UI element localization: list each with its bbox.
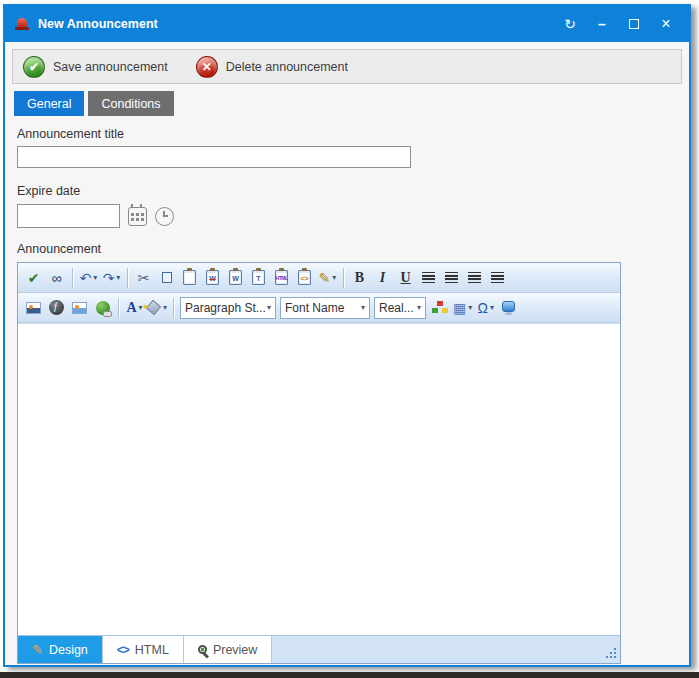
- paste-from-word-label: W: [231, 273, 240, 283]
- spellcheck-button[interactable]: ✔: [22, 266, 45, 290]
- paste-label: [185, 273, 194, 283]
- toolbar-separator: [72, 268, 73, 288]
- command-bar: ✔ Save announcement ✕ Delete announcemen…: [12, 49, 682, 84]
- chevron-down-icon: ▾: [93, 273, 97, 282]
- media-manager-button[interactable]: [68, 296, 91, 320]
- background-color-button[interactable]: ▾: [146, 296, 169, 320]
- justify-icon: [445, 272, 458, 283]
- paste-plain-text-label: T: [254, 273, 263, 283]
- chevron-down-icon: ▾: [468, 303, 472, 312]
- calendar-icon[interactable]: [128, 207, 147, 226]
- toolbar-separator: [127, 268, 128, 288]
- paste-from-word-button[interactable]: W: [224, 266, 247, 290]
- save-announcement-button[interactable]: ✔ Save announcement: [23, 56, 168, 78]
- silverlight-manager-button[interactable]: [497, 296, 520, 320]
- chevron-down-icon: ▾: [267, 303, 271, 312]
- announcement-siren-icon: [15, 18, 29, 30]
- mode-tab-preview[interactable]: Preview: [184, 636, 272, 663]
- font-name-dropdown[interactable]: Font Name▾: [280, 297, 370, 319]
- paste-html-icon: <>: [298, 270, 311, 285]
- mode-tab-label: Preview: [213, 643, 257, 657]
- window-title: New Announcement: [38, 17, 557, 31]
- paste-plain-text-icon: T: [252, 270, 265, 285]
- titlebar: New Announcement ↻ – ×: [5, 6, 689, 42]
- announcement-title-label: Announcement title: [17, 127, 689, 141]
- spellcheck-icon: ✔: [28, 271, 40, 285]
- editor-toolbar-row2: A▾▾Paragraph St...▾Font Name▾Real...▾▦▾Ω…: [18, 293, 620, 323]
- bold-button[interactable]: B: [348, 266, 371, 290]
- editor-content-area[interactable]: [18, 323, 620, 635]
- new-announcement-dialog: New Announcement ↻ – × ✔ Save announceme…: [3, 4, 691, 667]
- hyperlink-manager-button[interactable]: [91, 296, 114, 320]
- save-announcement-label: Save announcement: [53, 60, 168, 74]
- cut-button[interactable]: ✂: [132, 266, 155, 290]
- align-left-button[interactable]: [463, 266, 486, 290]
- refresh-icon[interactable]: ↻: [557, 12, 583, 36]
- paste-plain-text-button[interactable]: T: [247, 266, 270, 290]
- resize-grip[interactable]: [604, 646, 616, 658]
- align-center-button[interactable]: [417, 266, 440, 290]
- mode-tab-html[interactable]: <>HTML: [103, 636, 184, 663]
- expire-date-input[interactable]: [17, 204, 120, 228]
- paragraph-style-dropdown[interactable]: Paragraph St...▾: [180, 297, 276, 319]
- chevron-down-icon: ▾: [490, 303, 494, 312]
- paste-html-button[interactable]: <>: [293, 266, 316, 290]
- clock-icon[interactable]: [155, 207, 174, 226]
- paste-from-word-strip-label: W: [208, 273, 217, 283]
- undo-button[interactable]: ↶▾: [77, 266, 100, 290]
- cut-icon: ✂: [138, 271, 150, 285]
- insert-snippet-button[interactable]: [428, 296, 451, 320]
- chevron-down-icon: ▾: [139, 303, 143, 312]
- silverlight-manager-icon: [502, 301, 515, 312]
- justify-button[interactable]: [440, 266, 463, 290]
- font-size-dropdown[interactable]: Real...▾: [374, 297, 426, 319]
- image-manager-button[interactable]: [22, 296, 45, 320]
- maximize-icon[interactable]: [621, 12, 647, 36]
- mode-tab-design[interactable]: ✎Design: [18, 636, 103, 663]
- font-color-button[interactable]: A▾: [123, 296, 146, 320]
- flash-manager-button[interactable]: [45, 296, 68, 320]
- paste-html-label: <>: [300, 273, 309, 283]
- align-center-icon: [422, 272, 435, 283]
- tab-conditions[interactable]: Conditions: [88, 91, 173, 116]
- font-color-icon: A: [126, 301, 136, 315]
- paste-as-html-button[interactable]: HTML: [270, 266, 293, 290]
- close-icon[interactable]: ×: [653, 12, 679, 36]
- paste-button[interactable]: [178, 266, 201, 290]
- pencil-icon: ✎: [32, 642, 43, 657]
- flash-manager-icon: [49, 300, 64, 315]
- insert-table-button[interactable]: ▦▾: [451, 296, 474, 320]
- paste-as-html-label: HTML: [277, 273, 286, 283]
- background-color-icon: [146, 300, 161, 315]
- chevron-down-icon: ▾: [417, 303, 421, 312]
- format-stripper-button[interactable]: ✎▾: [316, 266, 339, 290]
- expire-date-label: Expire date: [17, 184, 689, 198]
- italic-button[interactable]: I: [371, 266, 394, 290]
- align-left-icon: [468, 272, 481, 283]
- insert-symbol-icon: Ω: [478, 301, 488, 315]
- html-icon: <>: [117, 643, 129, 657]
- paste-as-html-icon: HTML: [275, 270, 288, 285]
- copy-button[interactable]: [155, 266, 178, 290]
- minimize-icon[interactable]: –: [589, 12, 615, 36]
- announcement-body-label: Announcement: [17, 242, 689, 256]
- mode-tab-label: HTML: [135, 643, 169, 657]
- preview-icon: [198, 645, 207, 654]
- underline-icon: U: [400, 271, 410, 285]
- redo-button[interactable]: ↷▾: [100, 266, 123, 290]
- tab-general[interactable]: General: [14, 91, 84, 116]
- paste-from-word-strip-button[interactable]: W: [201, 266, 224, 290]
- editor-toolbar-row1: ✔∞↶▾↷▾✂WWTHTML<>✎▾BIU: [18, 263, 620, 293]
- underline-button[interactable]: U: [394, 266, 417, 290]
- find-and-replace-button[interactable]: ∞: [45, 266, 68, 290]
- align-right-button[interactable]: [486, 266, 509, 290]
- insert-symbol-button[interactable]: Ω▾: [474, 296, 497, 320]
- save-check-icon: ✔: [23, 56, 45, 78]
- delete-announcement-button[interactable]: ✕ Delete announcement: [196, 56, 348, 78]
- find-and-replace-icon: ∞: [52, 271, 62, 285]
- rich-text-editor: ✔∞↶▾↷▾✂WWTHTML<>✎▾BIU A▾▾Paragraph St...…: [17, 262, 621, 664]
- font-name-value: Font Name: [285, 301, 359, 315]
- editor-mode-bar: ✎Design<>HTMLPreview: [18, 635, 620, 663]
- delete-x-icon: ✕: [196, 56, 218, 78]
- announcement-title-input[interactable]: [17, 146, 411, 168]
